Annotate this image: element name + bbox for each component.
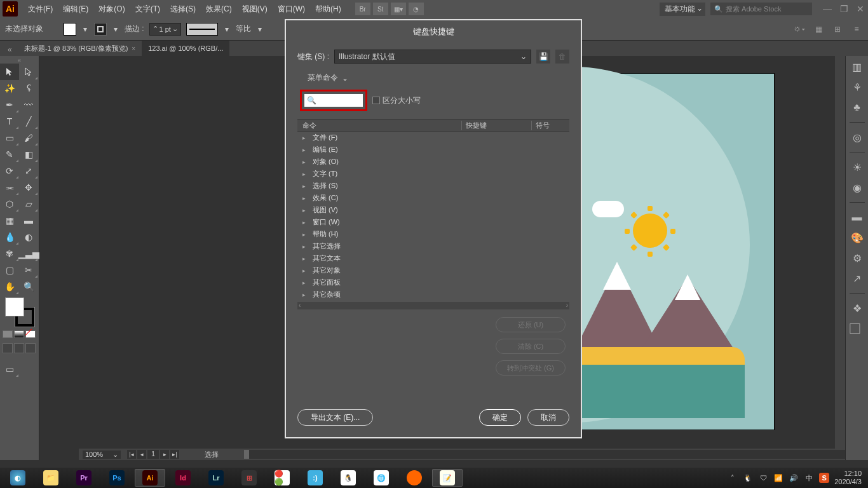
graph-tool[interactable]: ▁▃▅ — [19, 245, 38, 262]
list-item[interactable]: ▸效果 (C) — [297, 192, 569, 204]
scale-tool[interactable]: ⤢ — [19, 163, 38, 179]
brushes-panel-icon[interactable]: ⚙ — [850, 251, 864, 265]
tray-network-icon[interactable]: 📶 — [773, 473, 783, 483]
slice-tool[interactable]: ✂ — [19, 262, 38, 278]
color-guide-icon[interactable]: ◉ — [850, 180, 864, 194]
command-type-dropdown[interactable]: 菜单命令⌄ — [308, 72, 569, 83]
case-sensitive-checkbox[interactable]: 区分大小写 — [372, 95, 421, 106]
properties-panel-icon[interactable]: ▥ — [850, 60, 864, 74]
tray-qq-icon[interactable]: 🐧 — [743, 473, 753, 483]
eyedropper-tool[interactable]: 💧 — [0, 229, 19, 245]
draw-normal[interactable] — [3, 343, 13, 353]
taskbar-app-qq[interactable]: 🐧 — [333, 469, 363, 487]
tray-volume-icon[interactable]: 🔊 — [789, 473, 799, 483]
expand-icon[interactable]: ▸ — [302, 159, 308, 165]
expand-icon[interactable]: ▸ — [302, 243, 308, 250]
color-panel-icon[interactable]: ☀ — [850, 160, 864, 174]
expand-icon[interactable]: ▸ — [302, 135, 308, 141]
expand-icon[interactable]: ▸ — [302, 171, 308, 177]
vertical-scrollbar[interactable] — [835, 56, 845, 449]
menu-edit[interactable]: 编辑(E) — [58, 0, 93, 18]
taskbar-app-illustrator[interactable]: Ai — [135, 469, 165, 487]
rectangle-tool[interactable]: ▭ — [0, 130, 19, 146]
prev-artboard[interactable]: ◂ — [137, 450, 146, 459]
menu-object[interactable]: 对象(O) — [93, 0, 130, 18]
curvature-tool[interactable]: 〰 — [19, 97, 38, 113]
clubs-icon[interactable]: ♣ — [850, 100, 864, 114]
bridge-button[interactable]: Br — [355, 3, 370, 15]
expand-icon[interactable]: ▸ — [302, 280, 308, 286]
expand-icon[interactable]: ▸ — [302, 268, 308, 274]
free-transform-tool[interactable]: ✥ — [19, 179, 38, 196]
tray-expand-icon[interactable]: ˄ — [728, 473, 738, 483]
mesh-tool[interactable]: ▦ — [0, 212, 19, 229]
first-artboard[interactable]: |◂ — [127, 450, 136, 459]
taskbar-app-indesign[interactable]: Id — [168, 469, 198, 487]
expand-icon[interactable]: ▸ — [302, 183, 308, 189]
magic-wand-tool[interactable]: ✨ — [0, 80, 19, 97]
expand-icon[interactable]: ▸ — [302, 147, 308, 153]
taskbar-app-explorer[interactable]: 📁 — [36, 469, 66, 487]
rotate-tool[interactable]: ⟳ — [0, 163, 19, 179]
layers-panel-icon[interactable]: ❖ — [850, 301, 864, 315]
last-artboard[interactable]: ▸| — [170, 450, 179, 459]
taskbar-app-media[interactable]: ⊞ — [234, 469, 264, 487]
menu-effect[interactable]: 效果(C) — [201, 0, 237, 18]
line-tool[interactable]: ╱ — [19, 113, 38, 130]
maximize-button[interactable]: ❐ — [839, 4, 849, 14]
taskbar-app-chrome[interactable]: 🌐 — [366, 469, 397, 487]
taskbar-clock[interactable]: 12:10 2020/4/3 — [834, 470, 865, 486]
draw-inside[interactable] — [25, 343, 36, 353]
panel-collapse-icon[interactable]: « — [0, 57, 39, 64]
list-item[interactable]: ▸编辑 (E) — [297, 144, 569, 156]
libraries-panel-icon[interactable]: ⚘ — [850, 80, 864, 94]
stroke-style-dropdown[interactable] — [186, 23, 218, 36]
direct-selection-tool[interactable] — [19, 64, 38, 80]
tray-sogou-icon[interactable]: S — [819, 473, 829, 483]
export-text-button[interactable]: 导出文本 (E)... — [297, 409, 373, 426]
list-item[interactable]: ▸帮助 (H) — [297, 228, 569, 240]
zoom-tool[interactable]: 🔍 — [19, 278, 38, 295]
arrange-docs-button[interactable]: ▦▾ — [391, 3, 406, 15]
taskbar-app-firefox[interactable] — [399, 469, 430, 487]
artboards-panel-icon[interactable]: ⃞ — [850, 322, 864, 336]
menu-window[interactable]: 窗口(W) — [273, 0, 310, 18]
fill-color[interactable] — [5, 297, 24, 316]
swatches-panel-icon[interactable]: 🎨 — [850, 231, 864, 245]
menu-help[interactable]: 帮助(H) — [310, 0, 346, 18]
list-item[interactable]: ▸文字 (T) — [297, 168, 569, 180]
doc-tab-2[interactable]: 123.ai @ 100% (RGB/... — [142, 41, 229, 56]
stroke-style-arrow[interactable]: ▾ — [223, 25, 231, 34]
minimize-button[interactable]: — — [822, 4, 832, 14]
pen-tool[interactable]: ✒ — [0, 97, 19, 113]
symbol-sprayer-tool[interactable]: ✾ — [0, 245, 19, 262]
expand-icon[interactable]: ▸ — [302, 231, 308, 238]
list-item[interactable]: ▸其它杂项 — [297, 288, 569, 301]
expand-icon[interactable]: ▸ — [302, 219, 308, 226]
hand-tool[interactable]: ✋ — [0, 278, 19, 295]
expand-icon[interactable]: ▸ — [302, 255, 308, 262]
stroke-dropdown[interactable]: ▾ — [112, 25, 119, 34]
perspective-tool[interactable]: ▱ — [19, 196, 38, 212]
stroke-panel-icon[interactable]: ▬ — [850, 210, 864, 224]
menu-type[interactable]: 文字(T) — [130, 0, 165, 18]
cancel-button[interactable]: 取消 — [527, 409, 569, 426]
tray-shield-icon[interactable]: 🛡 — [758, 473, 768, 483]
draw-behind[interactable] — [14, 343, 24, 353]
color-mode[interactable] — [3, 330, 13, 338]
eraser-tool[interactable]: ◧ — [19, 146, 38, 163]
list-item[interactable]: ▸视图 (V) — [297, 204, 569, 216]
artboard-number[interactable]: 1 — [147, 450, 159, 459]
align-icon[interactable]: ▦ — [812, 24, 825, 34]
taskbar-app-photoshop[interactable]: Ps — [102, 469, 132, 487]
shaper-tool[interactable]: ✎ — [0, 146, 19, 163]
fill-swatch[interactable] — [64, 23, 76, 36]
list-item[interactable]: ▸文件 (F) — [297, 132, 569, 144]
symbols-panel-icon[interactable]: ↗ — [850, 271, 864, 285]
fill-stroke-indicator[interactable] — [5, 297, 34, 327]
stock-button[interactable]: St — [373, 3, 388, 15]
cc-libraries-icon[interactable]: ◎ — [850, 130, 864, 144]
expand-icon[interactable]: ▸ — [302, 292, 308, 298]
panel-menu-icon[interactable]: ≡ — [850, 24, 863, 34]
doc-setup-icon[interactable]: ⛭▾ — [793, 24, 806, 34]
